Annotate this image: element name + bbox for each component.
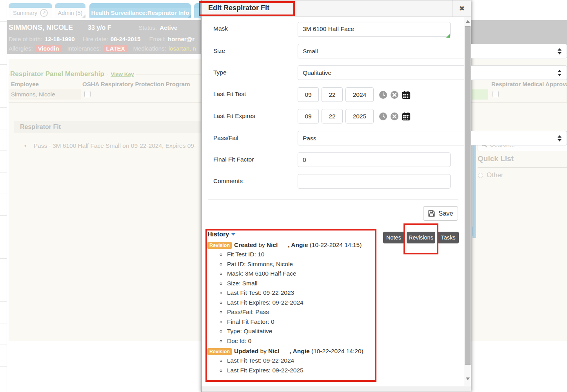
email-label: Email: — [149, 36, 165, 42]
col-header-osha: OSHA Respiratory Protection Program — [82, 81, 190, 87]
tab-partial[interactable] — [194, 3, 201, 18]
history-entry-header: RevisionCreated by Nicl, Angie (10-22-20… — [207, 241, 380, 249]
dob-label: Date of birth: — [9, 36, 42, 42]
employee-link[interactable]: Simmons, Nicole — [11, 91, 55, 98]
select-arrows-icon — [558, 70, 562, 76]
left-edge-list — [0, 0, 7, 392]
comments-label: Comments — [213, 178, 243, 185]
lft-month-input[interactable] — [298, 87, 319, 102]
comments-input[interactable] — [298, 174, 451, 189]
history-item: Final Fit Factor: 0 — [226, 317, 380, 327]
type-select[interactable]: Qualitative — [298, 65, 567, 80]
save-disk-icon — [428, 210, 435, 217]
patient-header-line3: Allergies: Vicodin Intolerances: LATEX M… — [9, 45, 196, 52]
revision-action: Created — [234, 241, 257, 248]
size-select[interactable]: Small — [298, 44, 567, 58]
revision-timestamp: (10-22-2024 14:20) — [311, 348, 363, 354]
tab-health-label: Health Surveillance:Respirator Info — [91, 9, 189, 16]
last-fit-expires-label: Last Fit Expires — [213, 113, 255, 120]
medical-approval-checkbox[interactable] — [492, 91, 499, 97]
edit-respirator-fit-dialog: Edit Respirator Fit ✖ Mask 3M 6100 Half … — [201, 0, 471, 392]
history-item: Last Fit Expires: 09-22-2025 — [226, 366, 380, 376]
history-section: History RevisionCreated by Nicl, Angie (… — [207, 231, 380, 375]
lft-year-input[interactable] — [345, 87, 374, 102]
quick-list-title: Quick List — [478, 154, 514, 163]
allergy-badge[interactable]: Vicodin — [35, 45, 62, 52]
history-item: Type: Qualitative — [226, 327, 380, 336]
history-item: Fit Test ID: 10 — [226, 250, 380, 260]
app-screen: Summary ↗ Admin (5) Health Surveillance:… — [0, 0, 567, 392]
clock-icon[interactable] — [379, 91, 387, 99]
form-divider — [208, 200, 458, 200]
tab-partial-cap — [194, 3, 201, 8]
status-green-cell — [472, 89, 488, 100]
osha-program-checkbox[interactable] — [84, 91, 91, 97]
calendar-icon[interactable] — [402, 112, 411, 121]
history-toggle[interactable]: History — [207, 231, 235, 238]
revision-user2: , Angie — [288, 241, 308, 248]
tab-health-surveillance[interactable]: Health Surveillance:Respirator Info — [89, 3, 191, 18]
notes-button[interactable]: Notes — [383, 232, 404, 243]
lfe-month-input[interactable] — [298, 109, 319, 123]
hire-label: Hire date: — [83, 36, 108, 42]
tab-corner-fold — [188, 15, 191, 18]
respirator-fit-entry: Pass - 3M 6100 Half Face Small on 09-22-… — [34, 142, 196, 149]
clear-date-icon[interactable] — [390, 91, 399, 99]
final-fit-factor-input[interactable] — [298, 152, 451, 167]
col-header-medical: Respirator Medical Approval — [491, 81, 567, 87]
clock-icon[interactable] — [379, 112, 387, 121]
lfe-year-input[interactable] — [345, 109, 374, 123]
patient-name: SIMMONS, NICOLE — [9, 24, 73, 32]
quick-list-accent-bar — [472, 138, 476, 238]
hire-value: 08-24-2015 — [111, 36, 141, 42]
calendar-icon[interactable] — [402, 90, 411, 100]
tab-admin-label: Admin (5) — [58, 10, 83, 16]
intolerance-badge[interactable]: LATEX — [104, 45, 128, 52]
other-label: Other — [487, 171, 503, 179]
pass-fail-value: Pass — [303, 135, 316, 142]
history-item: Doc Id: 0 — [226, 336, 380, 346]
mask-input[interactable]: 3M 6100 Half Face — [298, 22, 451, 37]
dialog-header: Edit Respirator Fit ✖ — [202, 0, 471, 17]
lft-day-input[interactable] — [322, 87, 343, 102]
chevron-down-icon — [231, 233, 235, 236]
tasks-label: Tasks — [441, 234, 455, 241]
panel-membership-title-row: Respirator Panel Membership View Key — [10, 70, 136, 78]
respirator-fit-title: Respirator Fit — [20, 123, 61, 131]
scrollbar-thumb[interactable] — [465, 26, 471, 365]
history-item: Size: Small — [226, 279, 380, 289]
tab-summary[interactable]: Summary ↗ — [9, 3, 52, 18]
notes-label: Notes — [386, 234, 401, 241]
status-value: Active — [160, 24, 177, 31]
view-key-link[interactable]: View Key — [108, 71, 136, 77]
pass-fail-select[interactable]: Pass — [298, 131, 567, 145]
other-radio[interactable] — [478, 173, 483, 178]
quick-list-divider — [478, 167, 567, 168]
open-external-icon[interactable]: ↗ — [40, 9, 48, 17]
mask-label: Mask — [213, 25, 228, 32]
revision-by: by — [258, 241, 265, 248]
tab-health-cap — [89, 3, 191, 8]
bullet-icon: • — [24, 142, 26, 149]
dialog-scrollbar[interactable] — [464, 17, 471, 387]
history-entry-items: Fit Test ID: 10 Pat ID: Simmons, Nicole … — [226, 250, 380, 346]
revisions-button[interactable]: Revisions — [407, 232, 435, 243]
scroll-down-icon[interactable] — [466, 377, 470, 380]
clear-date-icon[interactable] — [390, 112, 399, 121]
lfe-day-input[interactable] — [322, 109, 343, 123]
scroll-up-icon[interactable] — [466, 20, 470, 23]
save-button[interactable]: Save — [423, 206, 458, 221]
patient-age-sex: 33 y/o F — [88, 24, 111, 31]
resize-handle-icon[interactable] — [446, 34, 450, 38]
revision-badge: Revision — [207, 348, 232, 355]
background-blue-fragment — [472, 227, 476, 236]
close-button[interactable]: ✖ — [453, 0, 471, 16]
intolerances-label: Intolerances: — [67, 45, 101, 52]
tab-summary-label: Summary — [13, 10, 37, 16]
revision-user: Nicl — [268, 348, 279, 354]
quick-list-item-other[interactable]: Other — [478, 171, 503, 179]
dialog-footer — [202, 386, 471, 392]
history-item: Pass/Fail: Pass — [226, 307, 380, 317]
tasks-button[interactable]: Tasks — [438, 232, 459, 243]
tab-admin[interactable]: Admin (5) — [55, 3, 85, 18]
